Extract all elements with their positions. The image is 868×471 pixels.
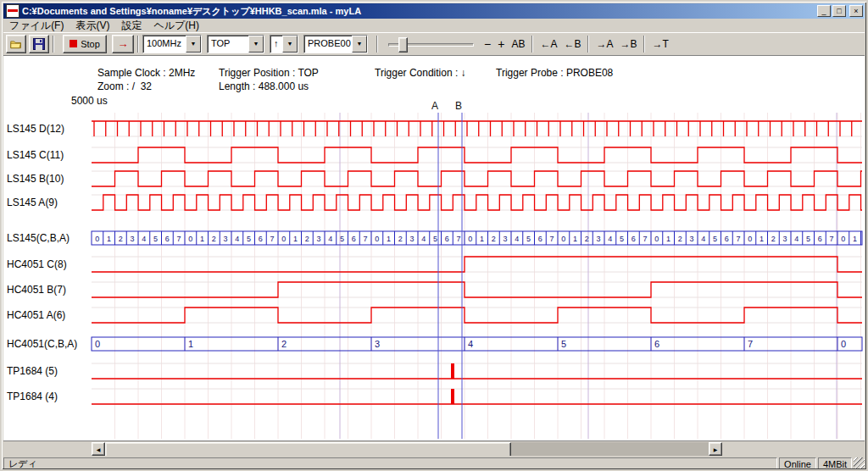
channel-label-6: HC4051 B(7) xyxy=(7,283,66,296)
title-bar: C:¥Documents and Settings¥noname¥デスクトップ¥… xyxy=(3,3,865,19)
toolbar-separator xyxy=(137,36,139,53)
menu-view[interactable]: 表示(V) xyxy=(70,18,115,34)
goto-trigger-button[interactable]: →T xyxy=(648,36,671,52)
zoom-ab-button[interactable]: AB xyxy=(508,36,528,52)
channel-label-2: LS145 B(10) xyxy=(7,172,64,186)
stop-button[interactable]: Stop xyxy=(63,35,107,53)
trigger-position-value: TOP xyxy=(208,36,248,53)
application-window: { "window": { "title": "C:¥Documents and… xyxy=(0,0,868,471)
scroll-left-icon[interactable]: ◀ xyxy=(92,442,105,456)
length-info: Length : 488.000 us xyxy=(219,80,309,92)
status-message: レディ xyxy=(3,457,777,470)
goto-a-back-button[interactable]: ←A xyxy=(537,36,560,52)
minimize-button[interactable]: _ xyxy=(817,5,831,17)
toolbar: Stop → 100MHz ▼ TOP ▼ ↑ ▼ PROBE00 ▼ − + … xyxy=(3,32,865,55)
toolbar-separator xyxy=(376,36,378,53)
open-file-button[interactable] xyxy=(6,35,26,53)
status-bar: レディ Online 4MBit xyxy=(3,456,865,470)
menu-file[interactable]: ファイル(F) xyxy=(3,18,70,34)
run-button[interactable]: → xyxy=(112,35,134,53)
channel-label-1: LS145 C(11) xyxy=(7,148,64,162)
sample-clock-info: Sample Clock : 2MHz xyxy=(97,67,195,79)
menu-settings[interactable]: 設定 xyxy=(115,18,147,34)
maximize-button[interactable]: □ xyxy=(832,5,846,17)
waveform-client-area[interactable] xyxy=(3,55,865,441)
channel-label-7: HC4051 A(6) xyxy=(7,308,65,322)
menu-help[interactable]: ヘルプ(H) xyxy=(147,18,205,34)
channel-label-4: LS145(C,B,A) xyxy=(7,231,70,245)
channel-label-5: HC4051 C(8) xyxy=(7,258,67,271)
sample-rate-value: 100MHz xyxy=(143,36,186,53)
channel-label-3: LS145 A(9) xyxy=(7,196,58,209)
floppy-disk-icon xyxy=(33,38,45,50)
toolbar-separator xyxy=(587,36,589,53)
trigger-edge-dropdown-icon[interactable]: ▼ xyxy=(282,36,298,53)
trigger-probe-combo[interactable]: PROBE00 ▼ xyxy=(303,35,368,53)
zoom-in-button[interactable]: + xyxy=(494,36,508,53)
toolbar-separator xyxy=(531,36,533,53)
trigger-condition-info: Trigger Condition : ↓ xyxy=(375,67,466,79)
run-arrow-icon: → xyxy=(118,37,129,50)
stop-icon xyxy=(70,40,77,47)
close-button[interactable]: × xyxy=(849,5,863,17)
trigger-probe-value: PROBE00 xyxy=(304,36,352,53)
trigger-probe-info: Trigger Probe : PROBE08 xyxy=(496,67,613,79)
trigger-position-dropdown-icon[interactable]: ▼ xyxy=(248,36,264,53)
goto-b-fwd-button[interactable]: →B xyxy=(616,36,640,52)
window-title: C:¥Documents and Settings¥noname¥デスクトップ¥… xyxy=(22,5,817,18)
zoom-slider-thumb[interactable] xyxy=(398,37,408,53)
stop-label: Stop xyxy=(81,39,100,49)
toolbar-separator xyxy=(53,36,54,53)
zoom-slider[interactable] xyxy=(387,36,476,53)
open-folder-icon xyxy=(10,38,22,50)
trigger-edge-combo[interactable]: ↑ ▼ xyxy=(270,35,298,53)
status-memory: 4MBit xyxy=(818,457,852,470)
toolbar-separator xyxy=(643,36,645,53)
resize-grip[interactable] xyxy=(854,457,865,470)
trigger-probe-dropdown-icon[interactable]: ▼ xyxy=(352,36,367,53)
window-controls: _ □ × xyxy=(817,5,863,17)
sample-rate-dropdown-icon[interactable]: ▼ xyxy=(186,36,201,53)
sample-rate-combo[interactable]: 100MHz ▼ xyxy=(142,35,202,53)
trigger-position-combo[interactable]: TOP ▼ xyxy=(207,35,264,53)
channel-label-9: TP1684 (5) xyxy=(7,364,58,378)
time-scale-label: 5000 us xyxy=(71,95,108,107)
goto-b-back-button[interactable]: ←B xyxy=(560,36,584,52)
trigger-position-info: Trigger Position : TOP xyxy=(219,67,319,79)
status-online: Online xyxy=(779,457,816,470)
zoom-out-button[interactable]: − xyxy=(481,36,494,53)
save-button[interactable] xyxy=(29,35,49,53)
goto-a-fwd-button[interactable]: →A xyxy=(593,36,616,52)
channel-label-10: TP1684 (4) xyxy=(7,390,58,403)
horizontal-scrollbar[interactable]: ◀ ▶ xyxy=(3,441,865,457)
channel-label-8: HC4051(C,B,A) xyxy=(7,337,77,351)
scroll-right-icon[interactable]: ▶ xyxy=(709,442,722,456)
trigger-edge-value: ↑ xyxy=(270,36,282,53)
menu-bar: ファイル(F)表示(V)設定ヘルプ(H) xyxy=(3,19,865,32)
zoom-info: Zoom : / 32 xyxy=(97,80,152,92)
channel-label-0: LS145 D(12) xyxy=(7,122,64,136)
app-icon xyxy=(6,4,19,18)
